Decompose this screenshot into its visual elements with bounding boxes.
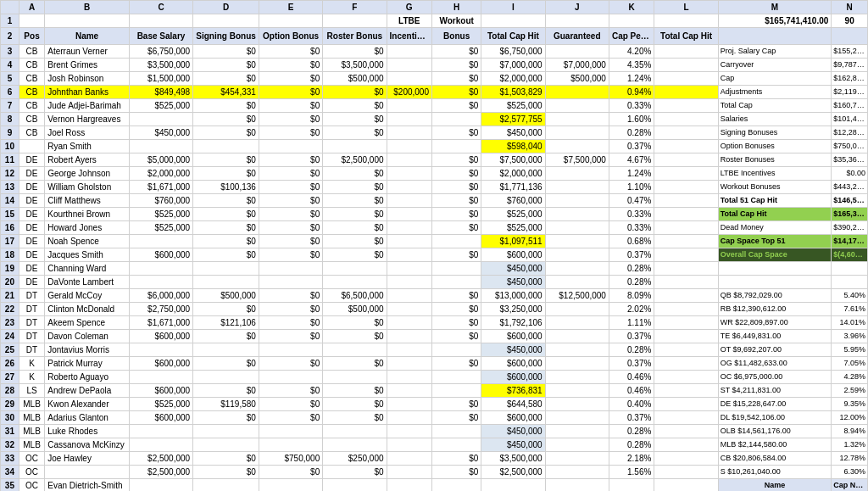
row-number: 3 — [1, 45, 19, 59]
cell-roster-bonus: $0 — [323, 181, 387, 194]
cell-base-salary — [129, 140, 192, 153]
cell-stat-label: TE $6,449,831.00 — [718, 330, 832, 343]
cell-guaranteed — [545, 235, 609, 248]
cell-workout-bonus — [431, 140, 481, 153]
cell-signing-bonus: $100,136 — [193, 181, 259, 194]
cell-pos: MLB — [19, 425, 44, 438]
cell-workout-bonus: $0 — [431, 330, 481, 343]
cell-base-salary: $600,000 — [129, 384, 192, 398]
row1-m: $165,741,410.00 — [718, 14, 832, 28]
cell-total-cap-hit: $450,000 — [481, 438, 545, 452]
table-row: 16DEHoward Jones$525,000$0$0$0$0$525,000… — [1, 221, 868, 235]
cell-ltbe — [387, 126, 431, 140]
row-number: 17 — [1, 235, 19, 248]
cell-pos: OC — [19, 466, 44, 479]
cell-name: Luke Rhodes — [45, 425, 130, 438]
header-workout: Bonus — [431, 28, 481, 45]
row-number: 4 — [1, 59, 19, 72]
row1-j — [545, 14, 609, 28]
cell-stat-value: Cap Number — [832, 479, 868, 492]
cell-roster-bonus: $0 — [323, 194, 387, 208]
cell-option-bonus: $0 — [259, 466, 322, 479]
cell-signing-bonus — [193, 438, 259, 452]
row-number: 7 — [1, 99, 19, 113]
cell-name: Gerald McCoy — [45, 289, 130, 303]
cell-stat-label: RB $12,390,612.00 — [718, 303, 832, 316]
cell-stat-label: Roster Bonuses — [718, 153, 832, 167]
cell-ltbe — [387, 479, 431, 492]
cell-guaranteed: $7,500,000 — [545, 153, 609, 167]
cell-roster-bonus: $0 — [323, 45, 387, 59]
cell-signing-bonus: $0 — [193, 153, 259, 167]
cell-stat-label: QB $8,792,029.00 — [718, 289, 832, 303]
cell-ltbe — [387, 438, 431, 452]
cell-pos: MLB — [19, 398, 44, 411]
cell-stat-label: Cap Space Top 51 — [718, 235, 832, 248]
cell-signing-bonus — [193, 479, 259, 492]
cell-stat-label: OT $9,692,207.00 — [718, 343, 832, 357]
col-letter-row: A B C D E F G H I J K L M N — [1, 1, 868, 14]
col-b-header: B — [45, 1, 130, 14]
row-1-num: 1 — [1, 14, 19, 28]
cell-cap-pct: 0.33% — [609, 208, 654, 221]
cell-cap-pct: 4.35% — [609, 59, 654, 72]
table-row: 19DEChanning Ward$450,0000.28% — [1, 262, 868, 276]
cell-total-cap-hit-l — [654, 466, 718, 479]
row1-e — [259, 14, 322, 28]
cell-total-cap-hit-l — [654, 45, 718, 59]
table-row: 24DTDavon Coleman$600,000$0$0$0$0$600,00… — [1, 330, 868, 343]
cell-stat-label: MLB $2,144,580.00 — [718, 438, 832, 452]
cell-total-cap-hit: $13,000,000 — [481, 289, 545, 303]
cell-stat-value: 14.01% — [832, 316, 868, 330]
cell-pos: CB — [19, 126, 44, 140]
cell-workout-bonus: $0 — [431, 181, 481, 194]
cell-roster-bonus: $0 — [323, 357, 387, 371]
cell-cap-pct: 0.28% — [609, 262, 654, 276]
cell-name: Jontavius Morris — [45, 343, 130, 357]
cell-option-bonus: $0 — [259, 153, 322, 167]
cell-guaranteed — [545, 99, 609, 113]
cell-roster-bonus: $0 — [323, 221, 387, 235]
cell-signing-bonus: $0 — [193, 466, 259, 479]
cell-name: Jude Adjei-Barimah — [45, 99, 130, 113]
cell-base-salary: $6,000,000 — [129, 289, 192, 303]
cell-option-bonus: $0 — [259, 289, 322, 303]
cell-cap-pct: 0.28% — [609, 438, 654, 452]
table-row: 29MLBKwon Alexander$525,000$119,580$0$0$… — [1, 398, 868, 411]
data-rows: 3CBAterraun Verner$6,750,000$0$0$0$0$6,7… — [1, 45, 868, 492]
cell-stat-label: Name — [718, 479, 832, 492]
row-number: 12 — [1, 167, 19, 181]
cell-stat-label — [718, 276, 832, 289]
col-g-header: G — [387, 1, 431, 14]
cell-stat-value: 5.40% — [832, 289, 868, 303]
table-row: 12DEGeorge Johnson$2,000,000$0$0$0$0$2,0… — [1, 167, 868, 181]
table-row: 8CBVernon Hargreaves$0$0$0$2,577,7551.60… — [1, 113, 868, 126]
cell-guaranteed — [545, 466, 609, 479]
table-row: 14DECliff Matthews$760,000$0$0$0$0$760,0… — [1, 194, 868, 208]
cell-signing-bonus: $0 — [193, 452, 259, 466]
cell-option-bonus: $0 — [259, 126, 322, 140]
cell-guaranteed — [545, 113, 609, 126]
cell-option-bonus — [259, 140, 322, 153]
cell-option-bonus: $0 — [259, 384, 322, 398]
cell-total-cap-hit: $760,000 — [481, 194, 545, 208]
cell-stat-value: $390,237.00 — [832, 221, 868, 235]
cell-total-cap-hit: $450,000 — [481, 276, 545, 289]
cell-base-salary: $760,000 — [129, 194, 192, 208]
header-signing-bonus: Signing Bonus — [193, 28, 259, 45]
row-number: 15 — [1, 208, 19, 221]
header-total-cap-hit: Total Cap Hit — [481, 28, 545, 45]
header-guaranteed: Guaranteed — [545, 28, 609, 45]
cell-name: Kourthnei Brown — [45, 208, 130, 221]
cell-stat-value: 6.30% — [832, 466, 868, 479]
cell-stat-value: 8.94% — [832, 425, 868, 438]
header-n — [832, 28, 868, 45]
cell-stat-label: Overall Cap Space — [718, 248, 832, 262]
cell-guaranteed — [545, 140, 609, 153]
header-cap-pct: Cap Percentage — [609, 28, 654, 45]
cell-total-cap-hit: $600,000 — [481, 248, 545, 262]
cell-signing-bonus: $119,580 — [193, 398, 259, 411]
cell-pos: DE — [19, 276, 44, 289]
row-number: 19 — [1, 262, 19, 276]
cell-ltbe — [387, 316, 431, 330]
